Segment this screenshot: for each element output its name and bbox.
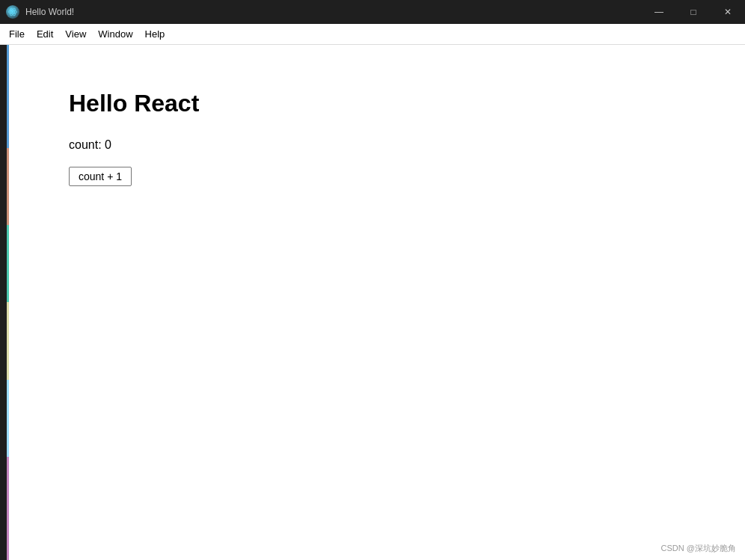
close-button[interactable]: ✕ <box>711 0 745 24</box>
app-heading: Hello React <box>69 90 685 117</box>
title-bar-left: Hello World! <box>6 5 74 19</box>
title-bar-controls: — □ ✕ <box>642 0 745 24</box>
menu-item-file[interactable]: File <box>3 26 31 42</box>
menu-item-help[interactable]: Help <box>139 26 171 42</box>
app-window: Hello React count: 0 count + 1 CSDN @深坑妙… <box>9 45 745 560</box>
watermark: CSDN @深坑妙脆角 <box>661 543 736 554</box>
menu-item-view[interactable]: View <box>59 26 92 42</box>
main-layout: Hello React count: 0 count + 1 CSDN @深坑妙… <box>0 45 745 560</box>
app-content: Hello React count: 0 count + 1 <box>9 45 745 560</box>
maximize-button[interactable]: □ <box>676 0 711 24</box>
title-bar: Hello World! — □ ✕ <box>0 0 745 24</box>
menu-item-window[interactable]: Window <box>92 26 138 42</box>
app-icon <box>6 5 19 19</box>
window-title: Hello World! <box>25 7 74 17</box>
increment-button[interactable]: count + 1 <box>69 167 132 186</box>
svg-point-3 <box>12 11 13 13</box>
menu-item-edit[interactable]: Edit <box>31 26 59 42</box>
count-display: count: 0 <box>69 138 685 152</box>
left-sidebar <box>0 45 9 560</box>
menu-bar: File Edit View Window Help <box>0 24 745 45</box>
minimize-button[interactable]: — <box>642 0 676 24</box>
